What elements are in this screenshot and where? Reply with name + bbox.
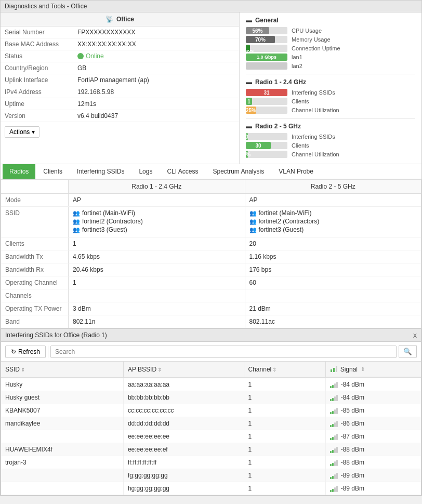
r2-clients-label: Clients	[292, 142, 309, 149]
radio2-toggle-icon[interactable]: ▬	[246, 123, 252, 130]
status-label: Status	[1, 50, 73, 62]
tab-vlan-probe[interactable]: VLAN Probe	[272, 164, 320, 179]
table-header-row: SSID⇕ AP BSSID⇕ Channel⇕ Signal⇕	[1, 362, 421, 378]
tab-radios[interactable]: Radios	[3, 164, 35, 179]
cpu-label: CPU Usage	[292, 28, 322, 34]
table-row: Huskyaa:aa:aa:aa:aa1 -84 dBm	[1, 378, 421, 391]
interfering-toolbar: ↻ Refresh 🔍	[1, 342, 421, 362]
cpu-stat-row: 56% CPU Usage	[246, 27, 415, 34]
refresh-button[interactable]: ↻ Refresh	[5, 346, 46, 358]
tab-cli-access[interactable]: CLI Access	[160, 164, 205, 179]
cell-channel: 1	[244, 443, 325, 456]
table-row: trojan-3ff:ff:ff:ff:ff:ff1 -88 dBm	[1, 456, 421, 469]
tab-interfering-ssids[interactable]: Interfering SSIDs	[70, 164, 131, 179]
radio1-title: Radio 1 - 2.4 GHz	[255, 78, 306, 86]
col-signal: Signal⇕	[326, 362, 421, 378]
cell-signal: -84 dBm	[325, 378, 421, 391]
cell-bssid: ff:ff:ff:ff:ff:ff	[123, 456, 244, 469]
serial-row: Serial Number FPXXXXXXXXXXXX	[1, 26, 239, 38]
version-value: v6.4 build0437	[73, 110, 239, 122]
cell-signal: -88 dBm	[325, 443, 421, 456]
lan2-stat-row: lan2	[246, 62, 415, 70]
lan1-label: lan1	[292, 54, 302, 60]
mode-label: Mode	[1, 194, 69, 206]
search-input[interactable]	[50, 346, 397, 358]
tab-logs[interactable]: Logs	[132, 164, 159, 179]
tabs-bar: Radios Clients Interfering SSIDs Logs CL…	[1, 164, 421, 179]
table-row: hg:gg:gg:gg:gg1 -89 dBm	[1, 482, 421, 495]
cell-ssid: Husky	[1, 378, 123, 391]
radio-column-headers: Radio 1 - 2.4 GHz Radio 2 - 5 GHz	[1, 180, 421, 194]
refresh-label: Refresh	[18, 348, 40, 355]
search-button[interactable]: 🔍	[399, 345, 417, 358]
interfering-panel: Interfering SSIDs for Office (Radio 1) x…	[1, 328, 421, 496]
cell-ssid: trojan-3	[1, 456, 123, 469]
lan1-bar: 1.0 Gbps	[246, 54, 287, 61]
r1-interfering-bar: 31	[246, 89, 287, 96]
cell-signal: -88 dBm	[325, 456, 421, 469]
uptime-row: Uptime 12m1s	[1, 98, 239, 110]
uplink-value: FortiAP management (ap)	[73, 74, 239, 86]
close-button[interactable]: x	[413, 331, 417, 339]
cell-ssid: KBANK5007	[1, 404, 123, 417]
svg-rect-0	[331, 369, 332, 372]
cell-channel: 1	[244, 417, 325, 430]
band-row: Band 802.11n 802.11ac	[1, 315, 421, 328]
cell-ssid: mandikaylee	[1, 417, 123, 430]
serial-label: Serial Number	[1, 26, 73, 38]
bw-tx-row: Bandwidth Tx 4.65 kbps 1.16 kbps	[1, 250, 421, 263]
col-bssid: AP BSSID⇕	[123, 362, 244, 378]
cell-ssid: HUAWEI-EMIX4f	[1, 443, 123, 456]
interfering-header: Interfering SSIDs for Office (Radio 1) x	[1, 329, 421, 342]
actions-button[interactable]: Actions ▾	[5, 126, 39, 138]
mem-stat-row: 70% Memory Usage	[246, 36, 415, 43]
country-row: Country/Region GB	[1, 62, 239, 74]
table-row: fg:gg:gg:gg:gg1 -89 dBm	[1, 469, 421, 482]
cell-channel: 1	[244, 456, 325, 469]
tab-spectrum-analysis[interactable]: Spectrum Analysis	[206, 164, 271, 179]
r2-interfering-bar: 0	[246, 133, 248, 140]
cell-signal: -86 dBm	[325, 417, 421, 430]
radio2-col-header: Radio 2 - 5 GHz	[245, 180, 421, 193]
toolbar-divider	[48, 346, 48, 358]
cell-bssid: aa:aa:aa:aa:aa	[123, 378, 244, 391]
tab-clients[interactable]: Clients	[36, 164, 69, 179]
window-title: Diagnostics and Tools - Office	[0, 0, 422, 12]
mode-val1: AP	[69, 194, 245, 206]
device-name: Office	[116, 16, 134, 23]
ssid-label: SSID	[1, 207, 69, 237]
serial-value: FPXXXXXXXXXXXX	[73, 26, 239, 38]
version-row: Version v6.4 build0437	[1, 110, 239, 122]
tx-power-row: Operating TX Power 3 dBm 21 dBm	[1, 302, 421, 315]
r2-channel-row: 5% Channel Utilization	[246, 151, 415, 158]
r2-channel-label: Channel Utilization	[292, 151, 339, 157]
ipv4-label: IPv4 Address	[1, 86, 73, 98]
table-row: KBANK5007cc:cc:cc:cc:cc:cc1 -85 dBm	[1, 404, 421, 417]
cell-channel: 1	[244, 404, 325, 417]
cell-signal: -89 dBm	[325, 482, 421, 495]
cell-bssid: ee:ee:ee:ee:ee	[123, 430, 244, 443]
radio1-toggle-icon[interactable]: ▬	[246, 78, 252, 86]
cell-channel: 1	[244, 469, 325, 482]
r2-channel-bar: 5%	[246, 151, 248, 158]
ssid-row: SSID 👥fortinet (Main-WiFi) 👥fortinet2 (C…	[1, 207, 421, 237]
radio-data-section: Radio 1 - 2.4 GHz Radio 2 - 5 GHz Mode A…	[1, 179, 421, 328]
cell-channel: 1	[244, 482, 325, 495]
country-value: GB	[73, 62, 239, 74]
cell-signal: -85 dBm	[325, 404, 421, 417]
op-channel-row: Operating Channel 1 60	[1, 276, 421, 289]
conn-uptime-label: Connection Uptime	[292, 45, 340, 51]
general-toggle-icon[interactable]: ▬	[246, 17, 252, 24]
table-row: HUAWEI-EMIX4fee:ee:ee:ee:ef1 -88 dBm	[1, 443, 421, 456]
r1-channel-label: Channel Utilization	[292, 107, 339, 113]
country-label: Country/Region	[1, 62, 73, 74]
col-channel: Channel⇕	[244, 362, 325, 378]
clients-row: Clients 1 20	[1, 237, 421, 250]
cell-signal: -84 dBm	[325, 391, 421, 404]
ssid-r2-2: fortinet2 (Contractors)	[259, 218, 320, 225]
uplink-row: Uplink Interface FortiAP management (ap)	[1, 74, 239, 86]
general-section-header: ▬ General	[246, 17, 415, 24]
r2-clients-row: 30 Clients	[246, 142, 415, 149]
status-text: Online	[86, 52, 104, 60]
cell-bssid: fg:gg:gg:gg:gg	[123, 469, 244, 482]
